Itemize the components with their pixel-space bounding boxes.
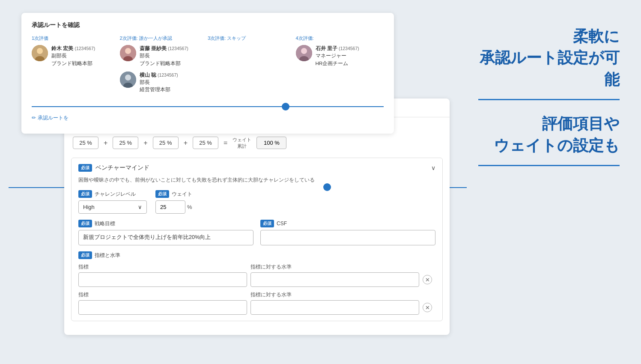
metric-standard-input-2[interactable] [250,300,419,315]
person-role: 部長 [140,52,188,60]
metric-col-header-2: 指標 [78,291,247,298]
step4-col: 4次評価: 石井 里子 (1234567) [296,35,384,72]
chevron-down-icon[interactable]: ∨ [431,164,435,171]
person-info-saito: 斎藤 亜紗美 (1234567) 部長 ブランド戦略本部 [140,45,188,67]
metric-standard-header-2: 指標に対する水準 [250,291,419,298]
evaluation-settings-card: 目標管理 60% コンピテンシー 40% 目標管理とコンピテンシー評価によって評… [64,98,450,335]
competency-description: 困難や曖昧さの中でも、前例がないことに対しても失敗を恐れず主体的に大胆なチャレン… [78,176,435,184]
strategic-required-badge: 必須 [78,220,92,227]
step2-label: 2次評価: 誰か一人が承認 [120,35,204,42]
challenge-level-select[interactable]: High ∨ [78,200,147,214]
step4-label: 4次評価: [296,35,380,42]
person-id: (1234567) [75,46,95,51]
person-dept: ブランド戦略本部 [140,60,188,67]
approval-link-text: 承認ルートを [38,114,69,122]
competency-section: 必須 ベンチャーマインド ∨ 困難や曖昧さの中でも、前例がないことに対しても失敗… [71,158,443,321]
right-panel: 柔軟に 承認ルート設定が可能 評価項目や ウェイトの設定も [478,0,632,364]
person-role: 部長 [140,79,178,86]
avatar-ishii [296,45,312,61]
goal-row: 必須 戦略目標 新規プロジェクトで全体売り上げを前年比20%向上 必須 CSF [78,220,435,245]
feature-heading-line3: 評価項目や [478,113,620,134]
svg-point-1 [37,48,43,54]
select-chevron-icon: ∨ [138,204,142,210]
person-row-ishii: 石井 里子 (1234567) マネージャー HR企画チーム [296,45,380,67]
timeline-line [32,106,384,107]
strategic-goal-value[interactable]: 新規プロジェクトで全体売り上げを前年比20%向上 [78,230,253,245]
weight-total-label: ウェイト累計 [233,137,251,149]
weight-total-value: 100 % [256,137,286,149]
csf-input[interactable] [260,230,435,245]
step1-col: 1次評価 鈴木 宏美 (1234567) [32,35,120,72]
fields-row: 必須 チャレンジレベル High ∨ 必須 ウェイト [78,190,435,214]
weight-input-row: % [155,200,192,214]
person-info-yokoyama: 横山 聡 (1234567) 部長 経営管理本部 [140,72,178,94]
remove-metric-1-button[interactable]: ✕ [423,275,432,284]
step3-label: 3次評価: スキップ [208,35,292,42]
approval-route-link[interactable]: ✏ 承認ルートを [32,114,384,122]
middle-timeline-dot [323,183,331,191]
weight-row: 25 % + 25 % + 25 % + 25 % = ウェイト累計 100 % [64,133,450,156]
competency-title-row: 必須 ベンチャーマインド [78,164,149,172]
person-row: 鈴木 宏美 (1234567) 副部長 ブランド戦略本部 [32,45,116,67]
person-id: (1234567) [158,72,178,78]
weight-box-4[interactable]: 25 % [193,137,218,149]
metric-input-2[interactable] [78,300,247,315]
strategic-goal-label: 戦略目標 [95,220,115,227]
svg-point-4 [125,48,131,54]
challenge-level-value: High [83,204,95,210]
metric-col-header-1: 指標 [78,263,247,271]
metric-standard-input-1[interactable] [250,272,419,287]
card-title: 承認ルートを確認 [32,21,384,29]
challenge-required-badge: 必須 [78,190,92,198]
svg-point-10 [301,48,307,54]
person-row-yokoyama: 横山 聡 (1234567) 部長 経営管理本部 [120,72,204,94]
person-info-ishii: 石井 里子 (1234567) マネージャー HR企画チーム [316,45,359,67]
feature-heading-line4: ウェイトの設定も [478,135,620,156]
person-dept: ブランド戦略本部 [51,60,95,67]
metrics-title-row: 必須 指標と水準 [78,251,435,259]
person-name: 斎藤 亜紗美 [140,46,167,51]
csf-required-badge: 必須 [260,220,274,227]
weight-box-1[interactable]: 25 % [73,137,98,149]
metric-input-1[interactable] [78,272,247,287]
strategic-goal-col: 必須 戦略目標 新規プロジェクトで全体売り上げを前年比20%向上 [78,220,253,245]
avatar-yokoyama [120,72,136,88]
strategic-goal-label-row: 必須 戦略目標 [78,220,253,227]
required-badge: 必須 [78,164,92,172]
person-dept: 経営管理本部 [140,86,178,93]
left-panels: 承認ルートを確認 1次評価 [9,13,467,351]
person-id: (1234567) [168,46,188,51]
operator-2: + [143,139,147,147]
person-id: (1234567) [339,46,359,51]
person-name: 石井 里子 [316,46,337,51]
metrics-header-row: 指標 指標に対する水準 [78,263,435,271]
step1-label: 1次評価 [32,35,116,42]
person-row-saito: 斎藤 亜紗美 (1234567) 部長 ブランド戦略本部 [120,45,204,67]
operator-1: + [104,139,107,147]
weight-label: ウェイト [172,191,192,198]
metrics-label: 指標と水準 [95,252,120,259]
weight-label-row: 必須 ウェイト [155,190,192,198]
step3-col: 3次評価: スキップ [208,35,296,45]
weight-input[interactable] [155,200,185,214]
metrics-header-row-2: 指標 指標に対する水準 [78,291,435,298]
operator-equals: = [224,139,227,147]
weight-box-3[interactable]: 25 % [153,137,179,149]
person-role: マネージャー [316,52,359,60]
person-name: 横山 聡 [140,72,156,78]
svg-point-7 [125,75,131,81]
weight-box-2[interactable]: 25 % [113,137,138,149]
person-role: 副部長 [51,52,95,60]
metrics-row-1: ✕ [78,272,435,287]
weight-group: 必須 ウェイト % [155,190,192,214]
remove-metric-2-button[interactable]: ✕ [423,303,432,312]
metrics-section: 必須 指標と水準 指標 指標に対する水準 ✕ [78,251,435,315]
person-dept: HR企画チーム [316,60,359,67]
metric-standard-header-1: 指標に対する水準 [250,263,419,271]
csf-label-row: 必須 CSF [260,220,435,227]
avatar-saito [120,45,136,61]
operator-3: + [184,139,188,147]
csf-col: 必須 CSF [260,220,435,245]
weight-required-badge: 必須 [155,190,169,198]
divider-line-bottom [478,165,620,166]
